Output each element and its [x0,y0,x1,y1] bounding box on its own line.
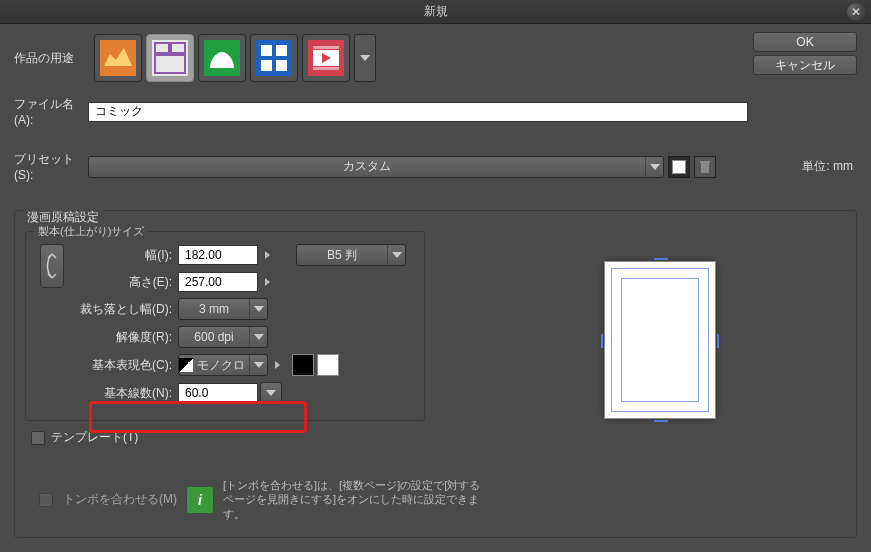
bw-icon [179,358,193,372]
info-text: [トンボを合わせる]は、[複数ページ]の設定で[対するページを見開きにする]をオ… [223,478,483,521]
cancel-button[interactable]: キャンセル [753,55,857,75]
svg-rect-9 [261,60,272,71]
ok-button[interactable]: OK [753,32,857,52]
filename-label: ファイル名(A): [14,96,88,127]
white-swatch[interactable] [317,354,339,376]
paper-size-combo[interactable]: B5 判 [296,244,406,266]
svg-rect-7 [261,45,272,56]
bleed-combo[interactable]: 3 mm [178,298,268,320]
base-color-combo[interactable]: モノクロ [178,354,268,376]
width-label: 幅(I): [72,247,178,264]
purpose-illustration[interactable] [94,34,142,82]
template-checkbox[interactable] [31,431,45,445]
width-menu[interactable] [258,245,276,265]
svg-rect-14 [313,46,339,49]
screen-freq-combo[interactable] [260,382,282,404]
preset-label: プリセット(S): [14,151,88,182]
page-preview [604,261,716,419]
screen-freq-input[interactable]: 60.0 [178,383,258,403]
bleed-label: 裁ち落とし幅(D): [72,301,178,318]
orientation-button[interactable] [40,244,64,288]
svg-rect-15 [313,67,339,70]
purpose-print[interactable] [198,34,246,82]
purpose-label: 作品の用途 [14,50,88,67]
base-color-label: 基本表現色(C): [72,357,178,374]
preset-combo[interactable]: カスタム [88,156,664,178]
height-menu[interactable] [258,272,276,292]
purpose-more-button[interactable] [354,34,376,82]
height-input[interactable]: 257.00 [178,272,258,292]
template-label: テンプレート(T) [51,429,138,446]
filename-input[interactable]: コミック [88,102,748,122]
bind-size-title: 製本(仕上がり)サイズ [34,224,148,239]
align-crop-label: トンボを合わせる(M) [63,491,177,508]
unit-label: 単位: mm [802,158,853,175]
svg-rect-8 [276,45,287,56]
width-input[interactable]: 182.00 [178,245,258,265]
purpose-webtoon[interactable] [250,34,298,82]
purpose-comic[interactable] [146,34,194,82]
align-crop-checkbox [39,493,53,507]
color-menu[interactable] [268,355,286,375]
close-button[interactable]: ✕ [847,3,865,21]
svg-rect-17 [700,161,710,163]
info-icon: i [187,487,213,513]
window-title: 新規 [424,3,448,20]
screen-freq-label: 基本線数(N): [72,385,178,402]
resolution-label: 解像度(R): [72,329,178,346]
svg-rect-16 [701,163,709,173]
resolution-combo[interactable]: 600 dpi [178,326,268,348]
height-label: 高さ(E): [72,274,178,291]
purpose-animation[interactable] [302,34,350,82]
preset-save-button[interactable] [668,156,690,178]
svg-rect-10 [276,60,287,71]
black-swatch[interactable] [292,354,314,376]
preset-delete-button[interactable] [694,156,716,178]
